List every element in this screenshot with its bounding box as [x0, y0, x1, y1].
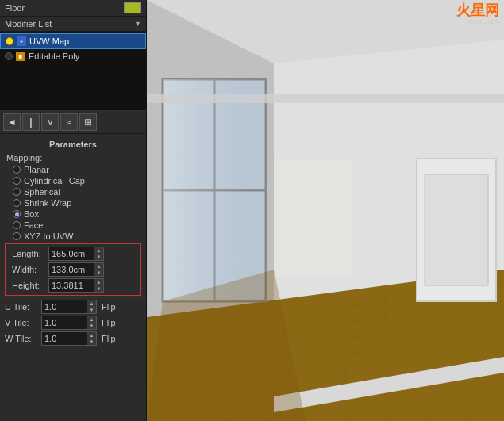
separator-1 [0, 297, 146, 298]
width-spinner[interactable]: ▲ ▼ [48, 262, 104, 277]
height-arrows: ▲ ▼ [94, 279, 103, 292]
utile-input[interactable] [42, 301, 87, 312]
modifier-item-editablepoly[interactable]: ■ Editable Poly [0, 49, 146, 63]
watermark-url: hxsd.com [468, 17, 499, 25]
parameters-panel: Parameters Mapping: Planar Cylindrical C… [0, 134, 146, 421]
radio-shrinkwrap[interactable]: Shrink Wrap [0, 197, 146, 209]
length-spinner[interactable]: ▲ ▼ [48, 247, 104, 261]
radio-circle-planar [13, 166, 21, 174]
utile-spinner[interactable]: ▲ ▼ [41, 300, 97, 314]
wtile-row: W Tile: ▲ ▼ Flip [0, 331, 146, 346]
length-up[interactable]: ▲ [94, 247, 103, 254]
utile-flip: Flip [102, 302, 116, 312]
utile-label: U Tile: [5, 302, 40, 312]
viewport-panel[interactable]: 火星网 hxsd.com [147, 0, 504, 421]
length-row: Length: ▲ ▼ [7, 246, 139, 262]
wtile-up[interactable]: ▲ [87, 332, 96, 339]
height-down[interactable]: ▼ [94, 285, 103, 292]
wtile-down[interactable]: ▼ [87, 339, 96, 345]
utile-up[interactable]: ▲ [87, 300, 96, 307]
modifier-bulb-2 [5, 52, 13, 60]
svg-rect-23 [163, 79, 266, 301]
width-up[interactable]: ▲ [94, 263, 103, 270]
room-scene [147, 0, 504, 421]
vtile-row: V Tile: ▲ ▼ Flip [0, 315, 146, 331]
toolbar-btn-grid[interactable]: ⊞ [79, 113, 97, 131]
modifier-name-uvwmap: UVW Map [29, 36, 69, 46]
height-spinner[interactable]: ▲ ▼ [48, 278, 104, 293]
vtile-down[interactable]: ▼ [87, 323, 96, 329]
modifier-list-header[interactable]: Modifier List ▼ [0, 17, 146, 32]
length-arrows: ▲ ▼ [94, 247, 103, 260]
modifier-item-uvwmap[interactable]: + UVW Map [0, 33, 146, 49]
height-up[interactable]: ▲ [94, 279, 103, 285]
modifier-bulb [6, 37, 13, 45]
parameters-title: Parameters [0, 137, 146, 151]
floor-header: Floor [0, 0, 146, 17]
radio-label-xyztuvw: XYZ to UVW [24, 232, 73, 241]
modifier-icon-poly: ■ [16, 52, 25, 61]
wtile-label: W Tile: [5, 334, 40, 343]
vtile-input[interactable] [42, 317, 87, 328]
watermark: 火星网 hxsd.com [456, 3, 499, 25]
length-down[interactable]: ▼ [94, 254, 103, 260]
length-label: Length: [12, 249, 47, 258]
toolbar-btn-rotate[interactable]: ∨ [41, 113, 59, 131]
height-row: Height: ▲ ▼ [7, 277, 139, 293]
width-input[interactable] [49, 264, 94, 275]
utile-row: U Tile: ▲ ▼ Flip [0, 299, 146, 315]
vtile-label: V Tile: [5, 318, 40, 327]
radio-circle-spherical [13, 188, 21, 196]
modifier-icon-uvw: + [17, 36, 26, 46]
wtile-arrows: ▲ ▼ [87, 332, 96, 345]
modifier-name-editablepoly: Editable Poly [29, 52, 79, 61]
radio-circle-face [13, 221, 21, 229]
radio-xyztuvw[interactable]: XYZ to UVW [0, 231, 146, 242]
radio-face[interactable]: Face [0, 220, 146, 231]
floor-color-box[interactable] [124, 2, 141, 13]
vtile-flip: Flip [102, 318, 116, 327]
modifier-list-label: Modifier List [5, 19, 134, 29]
radio-label-spherical: Spherical [24, 187, 60, 197]
radio-label-shrinkwrap: Shrink Wrap [24, 198, 71, 208]
svg-rect-28 [425, 174, 488, 285]
toolbar: ◄ | ∨ ≈ ⊞ [0, 111, 146, 134]
toolbar-btn-move[interactable]: | [22, 113, 40, 131]
width-row: Width: ▲ ▼ [7, 262, 139, 277]
radio-spherical[interactable]: Spherical [0, 186, 146, 197]
radio-box[interactable]: Box [0, 209, 146, 220]
toolbar-btn-scale[interactable]: ≈ [60, 113, 78, 131]
radio-label-planar: Planar [24, 165, 49, 174]
floor-label: Floor [5, 3, 25, 13]
svg-rect-24 [147, 94, 504, 103]
left-panel: Floor Modifier List ▼ + UVW Map ■ Editab… [0, 0, 147, 421]
height-input[interactable] [49, 280, 94, 291]
width-arrows: ▲ ▼ [94, 263, 103, 276]
wtile-flip: Flip [102, 334, 116, 343]
radio-circle-xyztuvw [13, 232, 21, 240]
length-input[interactable] [49, 248, 94, 259]
modifier-stack: + UVW Map ■ Editable Poly [0, 32, 146, 111]
watermark-logo: 火星网 [456, 3, 499, 17]
vtile-up[interactable]: ▲ [87, 316, 96, 323]
utile-down[interactable]: ▼ [87, 307, 96, 313]
wtile-spinner[interactable]: ▲ ▼ [41, 331, 97, 346]
radio-planar[interactable]: Planar [0, 164, 146, 175]
mapping-label: Mapping: [0, 151, 146, 164]
vtile-spinner[interactable]: ▲ ▼ [41, 316, 97, 330]
vtile-arrows: ▲ ▼ [87, 316, 96, 329]
wtile-input[interactable] [42, 333, 87, 344]
toolbar-btn-pin[interactable]: ◄ [3, 113, 21, 131]
highlighted-dimensions: Length: ▲ ▼ Width: ▲ [5, 243, 141, 296]
cap-label: Cap [69, 176, 85, 186]
radio-label-face: Face [24, 220, 43, 230]
width-label: Width: [12, 265, 47, 274]
svg-rect-30 [274, 159, 353, 277]
radio-circle-cylindrical [13, 177, 21, 185]
radio-label-cylindrical: Cylindrical [24, 176, 64, 186]
modifier-dropdown-arrow[interactable]: ▼ [134, 20, 141, 28]
radio-circle-shrinkwrap [13, 199, 21, 207]
width-down[interactable]: ▼ [94, 270, 103, 276]
radio-cylindrical[interactable]: Cylindrical Cap [0, 175, 146, 186]
height-label: Height: [12, 281, 47, 290]
